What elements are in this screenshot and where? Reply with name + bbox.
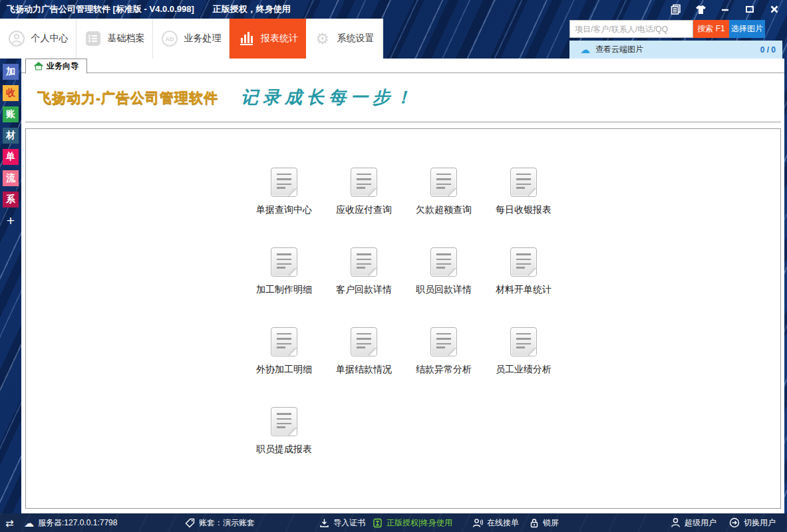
tab-business-wizard[interactable]: 业务向导 bbox=[25, 59, 87, 74]
person-online-icon bbox=[472, 518, 483, 528]
title-bar: 飞扬动力广告公司管理软件 [标准版 - V4.0.0.998] 正版授权，终身使… bbox=[0, 0, 787, 19]
main-content: 业务向导 飞扬动力-广告公司管理软件 记录成长每一步！ 单据查询中心 应收应付查… bbox=[21, 59, 784, 513]
current-user-button[interactable]: 超级用户 bbox=[671, 513, 716, 532]
sidebar-item-zhang[interactable]: 账 bbox=[3, 106, 19, 122]
svg-text:AD: AD bbox=[165, 36, 174, 43]
sidebar-add-button[interactable]: + bbox=[3, 213, 19, 229]
license-status: 正版授权|终身使用 bbox=[373, 513, 452, 532]
document-icon bbox=[351, 327, 377, 356]
report-item-customer-payment[interactable]: 客户回款详情 bbox=[324, 247, 404, 327]
sidebar-item-jia[interactable]: 加 bbox=[3, 64, 19, 80]
report-item-overdue-query[interactable]: 欠款超额查询 bbox=[404, 168, 484, 247]
close-icon[interactable] bbox=[768, 3, 780, 15]
gear-icon: ⚙ bbox=[314, 30, 331, 47]
download-icon bbox=[319, 518, 329, 528]
sidebar-item-xi[interactable]: 系 bbox=[3, 192, 19, 207]
report-item-settlement-status[interactable]: 单据结款情况 bbox=[324, 327, 404, 407]
document-icon bbox=[271, 247, 297, 277]
report-item-settlement-anomaly[interactable]: 结款异常分析 bbox=[404, 327, 484, 407]
maximize-icon[interactable] bbox=[744, 3, 756, 15]
arrow-circle-icon bbox=[729, 517, 740, 528]
search-input[interactable] bbox=[569, 20, 693, 38]
view-cloud-images-bar[interactable]: ☁ 查看云端图片 0 / 0 bbox=[569, 41, 782, 59]
minimize-icon[interactable] bbox=[719, 3, 731, 15]
document-icon bbox=[351, 168, 377, 197]
ad-circle-icon: AD bbox=[161, 30, 178, 47]
sync-button[interactable]: ⇄ bbox=[5, 513, 14, 532]
document-icon bbox=[430, 168, 457, 197]
account-set-status: 账套：演示账套 bbox=[185, 513, 255, 532]
nav-tab-label: 业务处理 bbox=[184, 33, 222, 45]
window-controls bbox=[670, 0, 780, 19]
brand-slogan: 记录成长每一步！ bbox=[241, 86, 416, 109]
page-tab-strip: 业务向导 bbox=[21, 59, 784, 73]
sidebar-item-liu[interactable]: 流 bbox=[3, 170, 19, 186]
nav-tab-label: 基础档案 bbox=[108, 33, 145, 45]
report-item-material-stats[interactable]: 材料开单统计 bbox=[484, 247, 563, 327]
select-image-button[interactable]: 选择图片 bbox=[729, 20, 765, 38]
search-area: 搜索 F1 选择图片 bbox=[569, 20, 765, 38]
window-license-note: 正版授权，终身使用 bbox=[213, 3, 291, 15]
home-icon bbox=[34, 62, 43, 70]
document-icon bbox=[430, 327, 457, 356]
sidebar-item-dan[interactable]: 单 bbox=[3, 149, 19, 165]
report-item-order-query-center[interactable]: 单据查询中心 bbox=[244, 168, 324, 247]
report-item-performance-analysis[interactable]: 员工业绩分析 bbox=[484, 327, 563, 407]
document-icon bbox=[510, 327, 537, 356]
lock-icon bbox=[530, 518, 539, 528]
cloud-icon: ☁ bbox=[24, 518, 34, 528]
report-item-staff-payment[interactable]: 职员回款详情 bbox=[404, 247, 484, 327]
nav-tab-base-archives[interactable]: 基础档案 bbox=[77, 19, 153, 59]
search-button[interactable]: 搜索 F1 bbox=[693, 20, 729, 38]
license-badge-icon bbox=[373, 518, 383, 528]
brand-logo-text: 飞扬动力-广告公司管理软件 bbox=[37, 88, 218, 107]
quick-sidebar: 加 收 账 材 单 流 系 + bbox=[0, 59, 21, 513]
report-item-outsource-detail[interactable]: 外协加工明细 bbox=[244, 327, 324, 407]
nav-tab-label: 个人中心 bbox=[31, 33, 69, 45]
app-window: { "window": { "title": "飞扬动力广告公司管理软件 [标准… bbox=[0, 0, 787, 532]
theme-skin-icon[interactable] bbox=[695, 3, 707, 15]
user-icon bbox=[671, 517, 681, 528]
sidebar-item-shou[interactable]: 收 bbox=[3, 85, 19, 101]
report-item-processing-detail[interactable]: 加工制作明细 bbox=[244, 247, 324, 327]
cascade-windows-icon[interactable] bbox=[670, 3, 682, 15]
cloud-image-count: 0 / 0 bbox=[760, 45, 776, 55]
main-nav: 个人中心 基础档案 AD 业务处理 报表统计 ⚙ 系统设置 bbox=[0, 19, 383, 59]
lock-screen-button[interactable]: 锁屏 bbox=[530, 513, 559, 532]
user-circle-icon bbox=[8, 30, 25, 47]
report-item-daily-cash[interactable]: 每日收银报表 bbox=[484, 168, 563, 247]
report-item-receivable-payable[interactable]: 应收应付查询 bbox=[324, 168, 404, 247]
import-cert-button[interactable]: 导入证书 bbox=[319, 513, 365, 532]
sidebar-item-cai[interactable]: 材 bbox=[3, 128, 19, 144]
page-tab-label: 业务向导 bbox=[47, 61, 79, 72]
document-icon bbox=[271, 327, 297, 356]
document-icon bbox=[510, 247, 537, 277]
report-item-commission-report[interactable]: 职员提成报表 bbox=[244, 407, 324, 487]
nav-tab-reports[interactable]: 报表统计 bbox=[230, 19, 306, 59]
nav-tab-label: 系统设置 bbox=[337, 33, 375, 45]
document-icon bbox=[271, 168, 297, 197]
nav-tab-label: 报表统计 bbox=[261, 33, 298, 45]
nav-tab-personal-center[interactable]: 个人中心 bbox=[0, 19, 77, 59]
online-orders-button[interactable]: 在线接单 bbox=[472, 513, 519, 532]
switch-user-button[interactable]: 切换用户 bbox=[729, 513, 776, 532]
nav-tab-business[interactable]: AD 业务处理 bbox=[153, 19, 230, 59]
document-icon bbox=[510, 168, 537, 197]
list-icon bbox=[84, 30, 102, 47]
cloud-icon: ☁ bbox=[580, 44, 590, 56]
band-divider bbox=[25, 122, 781, 122]
server-status: ☁ 服务器:127.0.0.1:7798 bbox=[24, 513, 117, 532]
tag-icon bbox=[185, 518, 195, 528]
report-grid: 单据查询中心 应收应付查询 欠款超额查询 每日收银报表 加工制作明细 客户回款详… bbox=[244, 168, 563, 487]
status-bar: ⇄ ☁ 服务器:127.0.0.1:7798 账套：演示账套 导入证书 正版授权… bbox=[0, 513, 787, 532]
document-icon bbox=[351, 247, 377, 277]
brand-band: 飞扬动力-广告公司管理软件 记录成长每一步！ bbox=[21, 73, 784, 122]
bar-chart-icon bbox=[237, 30, 255, 47]
wizard-panel: 单据查询中心 应收应付查询 欠款超额查询 每日收银报表 加工制作明细 客户回款详… bbox=[25, 128, 781, 509]
document-icon bbox=[271, 407, 297, 436]
nav-tab-settings[interactable]: ⚙ 系统设置 bbox=[306, 19, 383, 59]
document-icon bbox=[430, 247, 457, 277]
sync-arrows-icon: ⇄ bbox=[5, 518, 14, 528]
window-title: 飞扬动力广告公司管理软件 [标准版 - V4.0.0.998] bbox=[7, 3, 194, 15]
view-cloud-images-label: 查看云端图片 bbox=[595, 44, 643, 55]
